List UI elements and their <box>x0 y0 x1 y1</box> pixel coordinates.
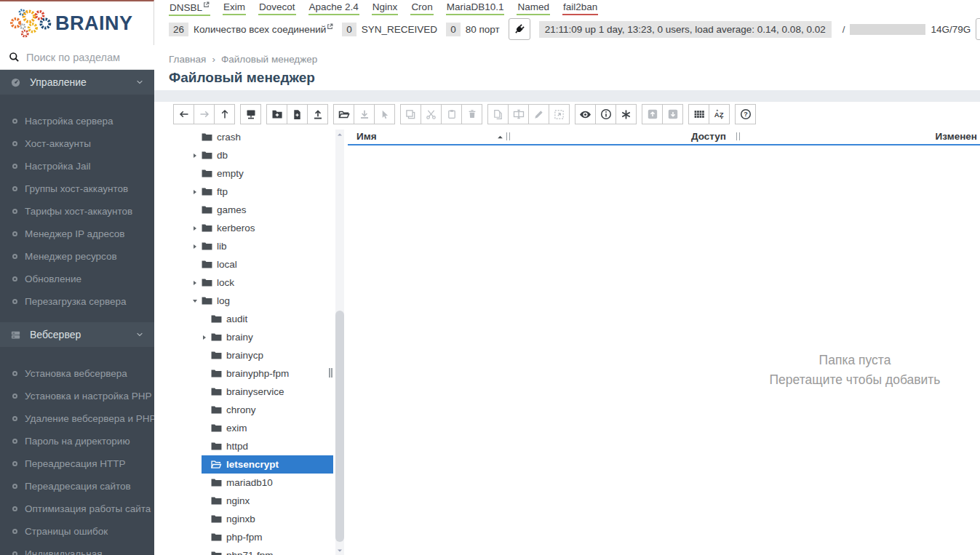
tree-item-brainy[interactable]: brainy <box>202 328 333 346</box>
tree-item-chrony[interactable]: chrony <box>202 401 333 419</box>
triangle-right-icon[interactable] <box>192 280 202 286</box>
paste-button[interactable] <box>441 104 462 124</box>
root-directory-button[interactable] <box>240 104 261 124</box>
triangle-right-icon[interactable] <box>202 335 211 340</box>
tree-item-httpd[interactable]: httpd <box>202 437 333 455</box>
column-header-modified[interactable]: Изменен <box>936 131 977 142</box>
sidebar-item-группы-хост-аккаунтов[interactable]: Группы хост-аккаунтов <box>0 177 154 200</box>
sidebar-item-обновление[interactable]: Обновление <box>0 268 154 290</box>
pane-splitter-handle[interactable] <box>329 368 332 378</box>
column-resize-handle-access[interactable] <box>736 132 740 140</box>
archive-button[interactable] <box>642 104 663 124</box>
nav-link-fail2ban[interactable]: fail2ban <box>562 1 598 15</box>
column-header-name[interactable]: Имя <box>356 131 377 142</box>
extract-button[interactable] <box>662 104 683 124</box>
tree-item-mariadb10[interactable]: mariadb10 <box>202 474 333 492</box>
up-button[interactable] <box>214 104 235 124</box>
tree-item-kerberos[interactable]: kerberos <box>192 219 333 237</box>
delete-button[interactable] <box>461 104 482 124</box>
preview-button[interactable] <box>575 104 596 124</box>
tree-item-log[interactable]: log <box>192 292 333 310</box>
sidebar-item-менеджер-ресурсов[interactable]: Менеджер ресурсов <box>0 245 154 268</box>
scroll-up-button[interactable] <box>335 129 344 139</box>
nav-link-dovecot[interactable]: Dovecot <box>258 1 296 15</box>
sidebar-item-перезагрузка-сервера[interactable]: Перезагрузка сервера <box>0 290 154 313</box>
tree-item-crash[interactable]: crash <box>192 128 333 146</box>
scroll-thumb[interactable] <box>335 311 344 542</box>
connections-label[interactable]: Количество всех соединений <box>194 23 333 35</box>
triangle-right-icon[interactable] <box>192 244 202 249</box>
help-button[interactable]: ? <box>735 104 756 124</box>
edit-button[interactable] <box>528 104 549 124</box>
upload-button[interactable] <box>307 104 328 124</box>
nav-link-dnsbl[interactable]: DNSBL <box>169 1 210 16</box>
nav-link-nginx[interactable]: Nginx <box>372 1 399 15</box>
tree-item-brainyservice[interactable]: brainyservice <box>202 383 333 401</box>
sidebar-item-хост-аккаунты[interactable]: Хост-аккаунты <box>0 132 154 155</box>
triangle-down-icon[interactable] <box>192 298 202 304</box>
nav-link-cron[interactable]: Cron <box>410 1 433 15</box>
new-folder-button[interactable] <box>266 104 287 124</box>
tree-item-nginxb[interactable]: nginxb <box>202 510 333 528</box>
triangle-right-icon[interactable] <box>192 189 202 195</box>
sidebar-item-установка-и-настройка-php[interactable]: Установка и настройка PHP <box>0 385 154 407</box>
download-button[interactable] <box>354 104 375 124</box>
sidebar-item-пароль-на-директорию[interactable]: Пароль на директорию <box>0 430 154 452</box>
sidebar-item-страницы-ошибок[interactable]: Страницы ошибок <box>0 520 154 543</box>
grid-view-button[interactable] <box>688 104 709 124</box>
sidebar-item-менеджер-ip-адресов[interactable]: Менеджер IP адресов <box>0 223 154 245</box>
tree-item-brainycp[interactable]: brainycp <box>202 346 333 364</box>
sidebar-item-удаление-вебсервера-и-php[interactable]: Удаление вебсервера и PHP <box>0 407 154 430</box>
breadcrumb-home[interactable]: Главная <box>169 54 206 65</box>
nav-link-named[interactable]: Named <box>517 1 550 15</box>
triangle-right-icon[interactable] <box>192 153 202 159</box>
tree-item-brainyphp-fpm[interactable]: brainyphp-fpm <box>202 364 333 383</box>
new-file-button[interactable] <box>287 104 308 124</box>
sort-button[interactable]: AZ <box>709 104 730 124</box>
forward-button[interactable] <box>194 104 215 124</box>
tree-item-games[interactable]: games <box>192 201 333 219</box>
column-resize-handle-name[interactable] <box>506 132 510 140</box>
tree-item-exim[interactable]: exim <box>202 419 333 437</box>
tree-item-local[interactable]: local <box>192 255 333 273</box>
search-input[interactable] <box>26 52 146 63</box>
sidebar-item-индивидуальная[interactable]: Индивидуальная <box>0 543 154 555</box>
tree-item-empty[interactable]: empty <box>192 164 333 183</box>
tree-item-php71-fpm[interactable]: php71-fpm <box>202 546 333 555</box>
tree-item-php-fpm[interactable]: php-fpm <box>202 528 333 546</box>
connections-plug-button[interactable] <box>509 18 530 40</box>
logo[interactable]: BRAINY <box>0 0 154 45</box>
sidebar-item-переадресация-http[interactable]: Переадресация HTTP <box>0 452 154 475</box>
permissions-button[interactable] <box>616 104 637 124</box>
nav-link-exim[interactable]: Exim <box>223 1 246 15</box>
tree-item-audit[interactable]: audit <box>202 310 333 328</box>
open-folder-button[interactable] <box>333 104 354 124</box>
disk-button[interactable] <box>976 18 980 40</box>
sidebar-item-настройка-jail[interactable]: Настройка Jail <box>0 155 154 177</box>
sidebar-item-оптимизация-работы-сайта[interactable]: Оптимизация работы сайта <box>0 498 154 520</box>
tree-item-lib[interactable]: lib <box>192 237 333 255</box>
sidebar-item-тарифы-хост-аккаунтов[interactable]: Тарифы хост-аккаунтов <box>0 200 154 223</box>
info-button[interactable] <box>595 104 616 124</box>
triangle-right-icon[interactable] <box>192 225 202 231</box>
tree-item-db[interactable]: db <box>192 146 333 164</box>
rename-button[interactable] <box>508 104 529 124</box>
tree-item-ftp[interactable]: ftp <box>192 183 333 201</box>
sidebar-item-настройка-сервера[interactable]: Настройка сервера <box>0 110 154 132</box>
select-button[interactable] <box>374 104 395 124</box>
tree-item-lock[interactable]: lock <box>192 273 333 292</box>
copy-button[interactable] <box>400 104 421 124</box>
back-button[interactable] <box>173 104 194 124</box>
column-header-access[interactable]: Доступ <box>691 131 726 142</box>
nav-link-apache-2-4[interactable]: Apache 2.4 <box>308 1 359 15</box>
cut-button[interactable] <box>421 104 442 124</box>
duplicate-button[interactable] <box>487 104 509 124</box>
sidebar-section-управление[interactable]: Управление <box>0 70 154 95</box>
tree-item-nginx[interactable]: nginx <box>202 492 333 510</box>
nav-link-mariadb10-1[interactable]: MariaDB10.1 <box>446 1 505 15</box>
tree-scrollbar[interactable] <box>335 129 344 555</box>
sidebar-item-установка-вебсервера[interactable]: Установка вебсервера <box>0 362 154 385</box>
resize-button[interactable] <box>549 104 570 124</box>
sidebar-section-вебсервер[interactable]: Вебсервер <box>0 322 154 347</box>
tree-item-letsencrypt[interactable]: letsencrypt <box>202 455 333 474</box>
